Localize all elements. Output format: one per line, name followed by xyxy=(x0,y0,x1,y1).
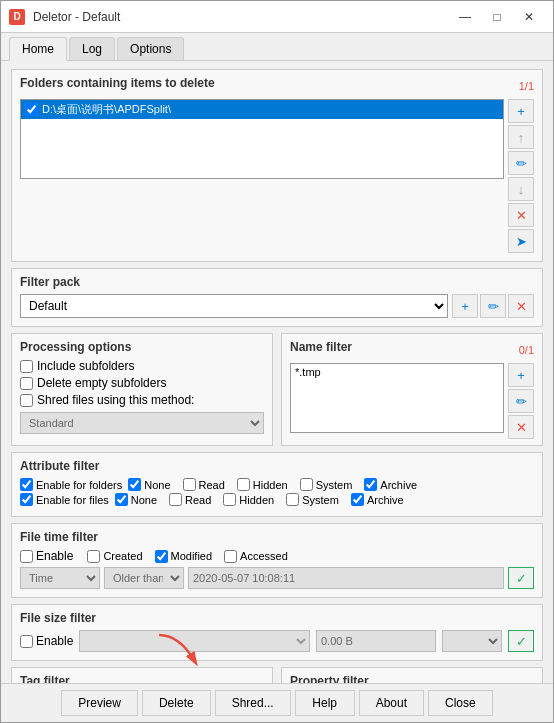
tab-options[interactable]: Options xyxy=(117,37,184,60)
attribute-filter-section: Attribute filter Enable for folders None… xyxy=(11,452,543,517)
shred-files-label: Shred files using this method: xyxy=(37,393,194,407)
name-edit-button[interactable]: ✏ xyxy=(508,389,534,413)
time-datetime-input[interactable] xyxy=(188,567,504,589)
file-size-label: File size filter xyxy=(20,611,534,625)
size-value-input[interactable] xyxy=(316,630,436,652)
tag-filter-label: Tag filter xyxy=(20,674,264,683)
about-button[interactable]: About xyxy=(359,690,424,716)
time-condition-select[interactable]: Older than xyxy=(104,567,184,589)
filter-pack-label: Filter pack xyxy=(20,275,534,289)
attr-files-system-label: System xyxy=(302,494,339,506)
attr-folders-archive-label: Archive xyxy=(380,479,417,491)
folder-item[interactable]: D:\桌面\说明书\APDFSplit\ xyxy=(21,100,503,119)
delete-button[interactable]: Delete xyxy=(142,690,211,716)
folders-buttons: + ↑ ✏ ↓ ✕ ➤ xyxy=(508,99,534,253)
file-time-filter-section: File time filter Enable Created Modified xyxy=(11,523,543,598)
time-confirm-button[interactable]: ✓ xyxy=(508,567,534,589)
size-condition-select[interactable] xyxy=(79,630,310,652)
name-filter-section: Name filter 0/1 *.tmp + ✏ ✕ xyxy=(281,333,543,446)
window-controls: — □ ✕ xyxy=(449,3,545,31)
attr-files-archive-checkbox[interactable] xyxy=(351,493,364,506)
folder-open-button[interactable]: ➤ xyxy=(508,229,534,253)
tab-home[interactable]: Home xyxy=(9,37,67,61)
attr-files-read-label: Read xyxy=(185,494,211,506)
app-icon: D xyxy=(9,9,25,25)
attr-files-none-label: None xyxy=(131,494,157,506)
minimize-button[interactable]: — xyxy=(449,3,481,31)
size-unit-select[interactable] xyxy=(442,630,502,652)
property-filter-section: Property filter Enable Manage... All / 0 xyxy=(281,667,543,683)
filter-pack-select[interactable]: Default xyxy=(20,294,448,318)
close-window-button[interactable]: ✕ xyxy=(513,3,545,31)
attr-enable-files-label: Enable for files xyxy=(36,494,109,506)
maximize-button[interactable]: □ xyxy=(481,3,513,31)
folders-list[interactable]: D:\桌面\说明书\APDFSplit\ xyxy=(20,99,504,179)
processing-label: Processing options xyxy=(20,340,264,354)
attr-files-system-checkbox[interactable] xyxy=(286,493,299,506)
main-content: Folders containing items to delete 1/1 D… xyxy=(1,61,553,683)
include-subfolders-checkbox[interactable] xyxy=(20,360,33,373)
attr-folders-archive-checkbox[interactable] xyxy=(364,478,377,491)
attr-folders-none-label: None xyxy=(144,479,170,491)
time-enable-checkbox[interactable] xyxy=(20,550,33,563)
tab-bar: Home Log Options xyxy=(1,33,553,61)
shred-files-checkbox[interactable] xyxy=(20,394,33,407)
attr-files-read-checkbox[interactable] xyxy=(169,493,182,506)
shred-button[interactable]: Shred... xyxy=(215,690,291,716)
property-filter-label: Property filter xyxy=(290,674,534,683)
filter-pack-section: Filter pack Default + ✏ ✕ xyxy=(11,268,543,327)
attribute-filter-label: Attribute filter xyxy=(20,459,534,473)
attr-folders-read-checkbox[interactable] xyxy=(183,478,196,491)
preview-button[interactable]: Preview xyxy=(61,690,138,716)
file-size-filter-section: File size filter Enable ✓ xyxy=(11,604,543,661)
file-time-label: File time filter xyxy=(20,530,534,544)
delete-empty-subfolders-label: Delete empty subfolders xyxy=(37,376,166,390)
folder-add-button[interactable]: + xyxy=(508,99,534,123)
folder-checkbox[interactable] xyxy=(25,103,38,116)
name-remove-button[interactable]: ✕ xyxy=(508,415,534,439)
processing-options-section: Processing options Include subfolders De… xyxy=(11,333,273,446)
attr-files-hidden-checkbox[interactable] xyxy=(223,493,236,506)
time-accessed-checkbox[interactable] xyxy=(224,550,237,563)
attr-files-none-checkbox[interactable] xyxy=(115,493,128,506)
close-button[interactable]: Close xyxy=(428,690,493,716)
attr-folders-system-checkbox[interactable] xyxy=(300,478,313,491)
time-modified-label: Modified xyxy=(171,550,213,562)
filter-remove-button[interactable]: ✕ xyxy=(508,294,534,318)
attr-files-archive-label: Archive xyxy=(367,494,404,506)
filter-edit-button[interactable]: ✏ xyxy=(480,294,506,318)
attr-folders-none-checkbox[interactable] xyxy=(128,478,141,491)
main-window: D Deletor - Default — □ ✕ Home Log Optio… xyxy=(0,0,554,723)
attr-enable-folders-checkbox[interactable] xyxy=(20,478,33,491)
help-button[interactable]: Help xyxy=(295,690,355,716)
folders-label: Folders containing items to delete xyxy=(20,76,215,90)
folders-section: Folders containing items to delete 1/1 D… xyxy=(11,69,543,262)
size-enable-label: Enable xyxy=(36,634,73,648)
name-filter-list[interactable]: *.tmp xyxy=(290,363,504,433)
time-modified-checkbox[interactable] xyxy=(155,550,168,563)
window-title: Deletor - Default xyxy=(33,10,120,24)
folder-remove-button[interactable]: ✕ xyxy=(508,203,534,227)
include-subfolders-label: Include subfolders xyxy=(37,359,134,373)
size-enable-checkbox[interactable] xyxy=(20,635,33,648)
name-filter-counter: 0/1 xyxy=(519,344,534,356)
folder-edit-button[interactable]: ✏ xyxy=(508,151,534,175)
attr-folders-hidden-label: Hidden xyxy=(253,479,288,491)
attr-folders-hidden-checkbox[interactable] xyxy=(237,478,250,491)
shred-method-select[interactable]: Standard xyxy=(20,412,264,434)
folders-counter: 1/1 xyxy=(519,80,534,92)
filter-add-button[interactable]: + xyxy=(452,294,478,318)
time-created-checkbox[interactable] xyxy=(87,550,100,563)
folder-path: D:\桌面\说明书\APDFSplit\ xyxy=(42,102,171,117)
title-bar: D Deletor - Default — □ ✕ xyxy=(1,1,553,33)
time-type-select[interactable]: Time xyxy=(20,567,100,589)
tab-log[interactable]: Log xyxy=(69,37,115,60)
attr-enable-files-checkbox[interactable] xyxy=(20,493,33,506)
name-add-button[interactable]: + xyxy=(508,363,534,387)
action-bar: Preview Delete Shred... Help About Close xyxy=(1,683,553,722)
folder-down-button[interactable]: ↓ xyxy=(508,177,534,201)
delete-empty-subfolders-checkbox[interactable] xyxy=(20,377,33,390)
folder-up-button[interactable]: ↑ xyxy=(508,125,534,149)
size-confirm-button[interactable]: ✓ xyxy=(508,630,534,652)
name-filter-value: *.tmp xyxy=(295,366,321,378)
